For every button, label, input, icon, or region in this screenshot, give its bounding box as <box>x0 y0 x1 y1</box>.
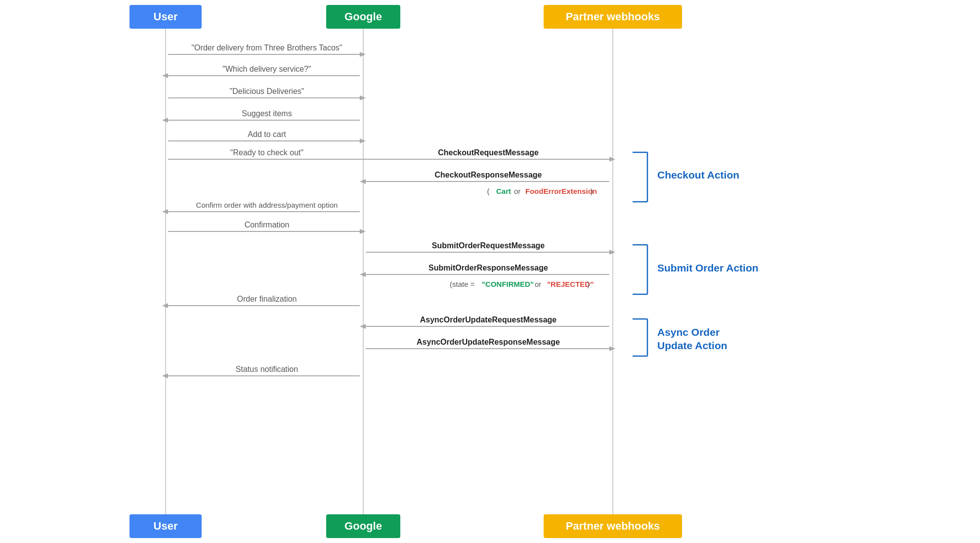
svg-text:SubmitOrderRequestMessage: SubmitOrderRequestMessage <box>432 241 545 250</box>
svg-text:"Which delivery service?": "Which delivery service?" <box>222 65 311 73</box>
svg-text:): ) <box>591 187 593 195</box>
sequence-diagram: "Order delivery from Three Brothers Taco… <box>0 0 980 543</box>
svg-marker-13 <box>162 118 168 123</box>
svg-text:Status notification: Status notification <box>236 365 298 373</box>
svg-marker-40 <box>360 272 366 277</box>
svg-marker-37 <box>609 250 615 255</box>
svg-marker-51 <box>360 324 366 329</box>
svg-text:FoodErrorExtension: FoodErrorExtension <box>525 187 597 195</box>
svg-marker-48 <box>162 303 168 308</box>
svg-marker-19 <box>609 157 615 162</box>
svg-text:or: or <box>514 187 520 195</box>
svg-text:(state =: (state = <box>450 280 475 288</box>
svg-marker-57 <box>162 373 168 378</box>
svg-marker-34 <box>360 229 366 234</box>
diagram-svg: "Order delivery from Three Brothers Taco… <box>0 0 980 543</box>
submit-order-action-label: Submit Order Action <box>657 262 759 274</box>
svg-text:Order finalization: Order finalization <box>237 295 297 303</box>
svg-text:Add to cart: Add to cart <box>248 130 286 138</box>
svg-text:"REJECTED": "REJECTED" <box>547 280 594 288</box>
svg-marker-10 <box>360 95 366 100</box>
svg-text:(: ( <box>487 187 490 195</box>
svg-text:"Delicious Deliveries": "Delicious Deliveries" <box>230 87 304 95</box>
checkout-action-label: Checkout Action <box>657 169 739 181</box>
actor-user-top: User <box>129 5 202 29</box>
actor-partner-top: Partner webhooks <box>544 5 682 29</box>
svg-text:CheckoutRequestMessage: CheckoutRequestMessage <box>438 148 539 157</box>
svg-text:Suggest items: Suggest items <box>242 109 292 118</box>
actor-google-top: Google <box>326 5 400 29</box>
svg-text:"CONFIRMED": "CONFIRMED" <box>482 280 534 288</box>
actor-google-bottom: Google <box>326 514 400 538</box>
svg-text:Confirm order with address/pay: Confirm order with address/payment optio… <box>196 201 338 209</box>
svg-marker-54 <box>609 346 615 351</box>
svg-text:AsyncOrderUpdateResponseMessag: AsyncOrderUpdateResponseMessage <box>417 338 560 346</box>
svg-marker-31 <box>162 209 168 214</box>
svg-text:AsyncOrderUpdateRequestMessage: AsyncOrderUpdateRequestMessage <box>420 316 557 324</box>
svg-text:or: or <box>535 280 541 288</box>
async-order-action-label: Async OrderUpdate Action <box>657 325 727 353</box>
svg-text:"Order delivery from Three Bro: "Order delivery from Three Brothers Taco… <box>191 44 342 52</box>
svg-text:"Ready to check out": "Ready to check out" <box>230 148 303 157</box>
svg-marker-7 <box>162 73 168 78</box>
svg-text:): ) <box>587 280 590 288</box>
svg-marker-4 <box>360 52 366 57</box>
svg-marker-16 <box>360 138 366 143</box>
svg-text:Confirmation: Confirmation <box>245 221 290 229</box>
svg-text:SubmitOrderResponseMessage: SubmitOrderResponseMessage <box>428 264 548 272</box>
actor-user-bottom: User <box>129 514 202 538</box>
svg-text:Cart: Cart <box>496 187 511 195</box>
svg-marker-23 <box>360 179 366 184</box>
svg-text:CheckoutResponseMessage: CheckoutResponseMessage <box>435 171 542 179</box>
actor-partner-bottom: Partner webhooks <box>544 514 682 538</box>
